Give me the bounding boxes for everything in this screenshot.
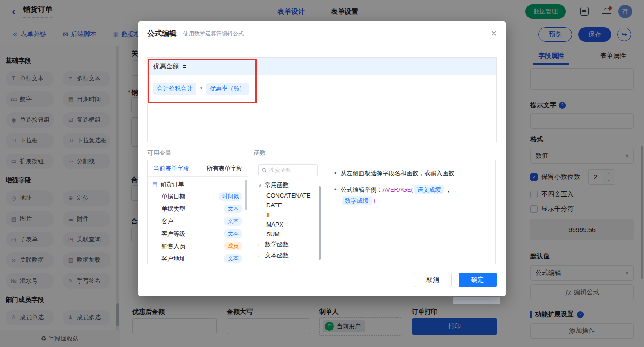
canvas-element-fragment [453,297,500,304]
function-group-label: 常用函数 [265,181,289,189]
confirm-button[interactable]: 确定 [459,273,497,287]
variable-type-badge: 文本 [224,217,242,226]
function-group-label: 数学函数 [265,240,289,249]
formula-token-right[interactable]: 优惠率（%） [206,83,249,95]
modal-title: 公式编辑 [147,29,177,39]
variable-name: 客户等级 [161,230,185,238]
tip-line: • 从左侧面板选择字段名和函数，或输入函数 [334,168,489,178]
variable-name: 客户 [161,217,173,226]
tip-example-line: • 公式编辑举例：AVERAGE(语文成绩，数学成绩） [334,184,489,206]
formula-target-row: 优惠金额 = [148,58,496,75]
function-item[interactable]: MAPX [254,220,322,229]
close-icon[interactable]: × [491,28,497,39]
modal-subtitle: 使用数学运算符编辑公式 [183,30,244,38]
functions-panel-label: 函数 [254,149,266,157]
functions-panel: 搜索函数 ∨ 常用函数 CONCATENATE DATE IF MAPX SUM… [254,160,322,264]
variable-type-badge: 时间戳 [218,192,242,201]
variable-row[interactable]: 客户地址 文本 [148,252,248,264]
variable-name: 客户地址 [161,255,185,263]
formula-expression-row: 合计价税合计 * 优惠率（%） [148,75,496,102]
variables-panel-label: 可用变量 [147,149,171,157]
variable-row[interactable]: 客户等级 文本 [148,228,248,240]
chevron-down-icon: ∨ [258,182,263,188]
variable-row[interactable]: 单据类型 文本 [148,203,248,215]
function-item[interactable]: DATE [254,200,322,210]
example-field-chip: 语文成绩 [414,185,444,194]
example-function-name: AVERAGE( [383,186,413,193]
tab-all-form-fields[interactable]: 所有表单字段 [207,165,242,173]
chevron-right-icon: › [258,242,263,247]
variable-row[interactable]: 销售人员 成员 [148,240,248,252]
formula-target-field: 优惠金额 [153,63,179,71]
function-group-common[interactable]: ∨ 常用函数 [254,180,322,191]
formula-token-left[interactable]: 合计价税合计 [153,83,196,95]
variable-name: 单据类型 [161,205,185,213]
tip-example-prefix: 公式编辑举例： [341,186,383,193]
equals-sign: = [183,63,186,70]
variable-name: 单据日期 [161,193,185,201]
function-group-text[interactable]: › 文本函数 [254,250,322,261]
bullet-icon: • [334,184,337,195]
variable-type-badge: 成员 [224,242,242,250]
example-field-chip: 数学成绩 [342,196,372,205]
variables-panel: 当前表单字段 所有表单字段 ▤ 销货订单 单据日期 时间戳 单据类型 文本 客户… [147,160,248,264]
function-group-math[interactable]: › 数学函数 [254,239,322,250]
form-designer-app: ‹ 销货订单 表单设计 表单设置 数据管理 存 ⊘ 表单外链 ⊠ 后端脚本 [0,0,644,347]
variable-row[interactable]: 客户 文本 [148,215,248,228]
function-item[interactable]: SUM [254,229,322,239]
formula-editor-area[interactable]: 优惠金额 = 合计价税合计 * 优惠率（%） [147,57,497,142]
formula-editor-modal: 公式编辑 使用数学运算符编辑公式 × 优惠金额 = 合计价税合计 * 优惠率（%… [138,21,506,296]
tab-current-form-fields[interactable]: 当前表单字段 [153,165,189,173]
variables-root-label: 销货订单 [160,180,184,188]
formula-operator: * [200,85,202,92]
function-search-placeholder: 搜索函数 [269,166,291,174]
functions-scrollbar-thumb[interactable] [319,186,321,260]
example-close-paren: ） [373,197,379,204]
example-comma: ， [445,186,451,193]
tip-example-text: 公式编辑举例：AVERAGE(语文成绩，数学成绩） [341,184,489,206]
variables-root-node[interactable]: ▤ 销货订单 [148,177,248,190]
modal-header: 公式编辑 使用数学运算符编辑公式 × [138,21,506,46]
bullet-icon: • [334,168,337,178]
tip-text: 从左侧面板选择字段名和函数，或输入函数 [341,168,454,178]
search-icon [262,168,267,173]
cancel-button[interactable]: 取消 [414,273,452,287]
function-item[interactable]: IF [254,210,322,220]
variables-scrollbar-thumb[interactable] [245,180,247,210]
function-search-input[interactable]: 搜索函数 [258,164,318,176]
function-item[interactable]: CONCATENATE [254,191,322,200]
variable-type-badge: 文本 [224,254,242,263]
formula-tips-panel: • 从左侧面板选择字段名和函数，或输入函数 • 公式编辑举例：AVERAGE(语… [328,160,496,264]
form-document-icon: ▤ [152,181,157,188]
variable-type-badge: 文本 [224,205,242,213]
variable-row[interactable]: 单据日期 时间戳 [148,190,248,203]
chevron-right-icon: › [258,253,263,258]
variable-type-badge: 文本 [224,229,242,238]
variables-tabs: 当前表单字段 所有表单字段 [148,160,248,177]
variable-name: 销售人员 [161,242,185,250]
function-group-label: 文本函数 [265,251,289,260]
